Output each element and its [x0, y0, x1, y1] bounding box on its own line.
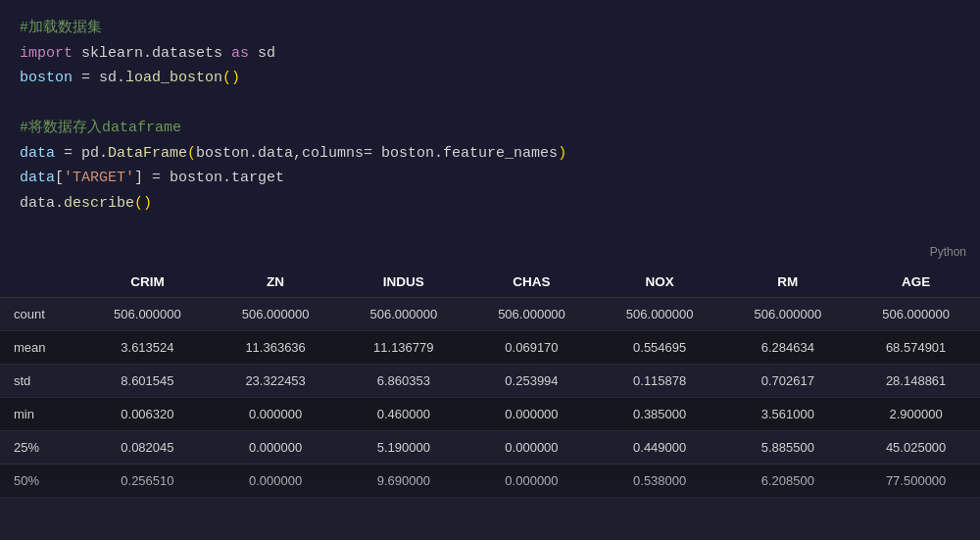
table-cell-value: 0.000000	[212, 465, 340, 498]
table-cell-value: 0.000000	[467, 431, 596, 465]
table-cell-label: 50%	[0, 465, 83, 498]
table-cell-value: 28.148861	[852, 365, 980, 398]
table-cell-label: count	[0, 298, 83, 331]
code-editor: #加载数据集 import sklearn.datasets as sd bos…	[0, 0, 980, 265]
table-cell-value: 0.256510	[83, 465, 212, 498]
table-cell-value: 0.000000	[212, 431, 340, 465]
table-cell-value: 77.500000	[852, 465, 980, 498]
table-cell-label: 25%	[0, 431, 83, 465]
table-cell-value: 0.702617	[724, 365, 853, 398]
table-header-nox: NOX	[596, 265, 724, 298]
table-cell-value: 6.284634	[724, 331, 853, 365]
table-cell-value: 0.000000	[467, 398, 596, 431]
table-cell-value: 6.208500	[724, 465, 853, 498]
table-cell-value: 6.860353	[339, 365, 467, 398]
table-cell-value: 68.574901	[852, 331, 980, 365]
code-blank-1	[20, 91, 960, 117]
table-header-age: AGE	[852, 265, 980, 298]
table-row: mean3.61352411.36363611.1367790.0691700.…	[0, 331, 980, 365]
code-comment-1: #加载数据集	[20, 16, 960, 41]
table-row: min0.0063200.0000000.4600000.0000000.385…	[0, 398, 980, 431]
table-cell-value: 506.000000	[83, 298, 212, 331]
table-cell-value: 0.385000	[596, 398, 724, 431]
table-cell-value: 0.449000	[596, 431, 724, 465]
table-cell-value: 506.000000	[596, 298, 724, 331]
table-cell-value: 45.025000	[852, 431, 980, 465]
table-cell-value: 0.253994	[467, 365, 596, 398]
table-cell-value: 506.000000	[339, 298, 467, 331]
code-line-2: import sklearn.datasets as sd	[20, 41, 960, 67]
table-cell-label: std	[0, 365, 83, 398]
table-cell-value: 0.082045	[83, 431, 212, 465]
table-header-row: CRIM ZN INDUS CHAS NOX RM AGE	[0, 265, 980, 298]
table-row: 50%0.2565100.0000009.6900000.0000000.538…	[0, 465, 980, 498]
table-cell-value: 0.554695	[596, 331, 724, 365]
table-cell-label: min	[0, 398, 83, 431]
table-cell-value: 11.363636	[212, 331, 340, 365]
table-header-indus: INDUS	[339, 265, 467, 298]
table-cell-value: 0.000000	[212, 398, 340, 431]
python-label: Python	[930, 245, 966, 259]
table-cell-value: 0.115878	[596, 365, 724, 398]
table-cell-value: 2.900000	[852, 398, 980, 431]
table-row: std8.60154523.3224536.8603530.2539940.11…	[0, 365, 980, 398]
table-cell-value: 5.885500	[724, 431, 853, 465]
table-cell-value: 0.006320	[83, 398, 212, 431]
data-table: CRIM ZN INDUS CHAS NOX RM AGE count506.0…	[0, 265, 980, 498]
table-cell-value: 11.136779	[339, 331, 467, 365]
table-cell-value: 506.000000	[212, 298, 340, 331]
table-cell-value: 3.613524	[83, 331, 212, 365]
table-cell-value: 8.601545	[83, 365, 212, 398]
table-cell-value: 506.000000	[724, 298, 853, 331]
table-cell-value: 0.069170	[467, 331, 596, 365]
table-header-index	[0, 265, 83, 298]
table-cell-value: 5.190000	[339, 431, 467, 465]
table-cell-value: 0.460000	[339, 398, 467, 431]
table-header-chas: CHAS	[467, 265, 596, 298]
table-cell-value: 9.690000	[339, 465, 467, 498]
code-line-7: data.describe()	[20, 191, 960, 217]
table-header-crim: CRIM	[83, 265, 212, 298]
table-cell-value: 0.538000	[596, 465, 724, 498]
table-header-zn: ZN	[212, 265, 340, 298]
table-row: count506.000000506.000000506.000000506.0…	[0, 298, 980, 331]
table-cell-value: 0.000000	[467, 465, 596, 498]
code-line-3: boston = sd.load_boston()	[20, 66, 960, 91]
table-cell-value: 506.000000	[852, 298, 980, 331]
data-table-wrapper: CRIM ZN INDUS CHAS NOX RM AGE count506.0…	[0, 265, 980, 498]
table-row: 25%0.0820450.0000005.1900000.0000000.449…	[0, 431, 980, 465]
table-cell-label: mean	[0, 331, 83, 365]
table-header-rm: RM	[724, 265, 853, 298]
code-comment-2: #将数据存入dataframe	[20, 116, 960, 141]
table-cell-value: 3.561000	[724, 398, 853, 431]
code-line-5: data = pd.DataFrame(boston.data,columns=…	[20, 141, 960, 167]
code-line-6: data['TARGET'] = boston.target	[20, 166, 960, 191]
table-cell-value: 23.322453	[212, 365, 340, 398]
table-cell-value: 506.000000	[467, 298, 596, 331]
